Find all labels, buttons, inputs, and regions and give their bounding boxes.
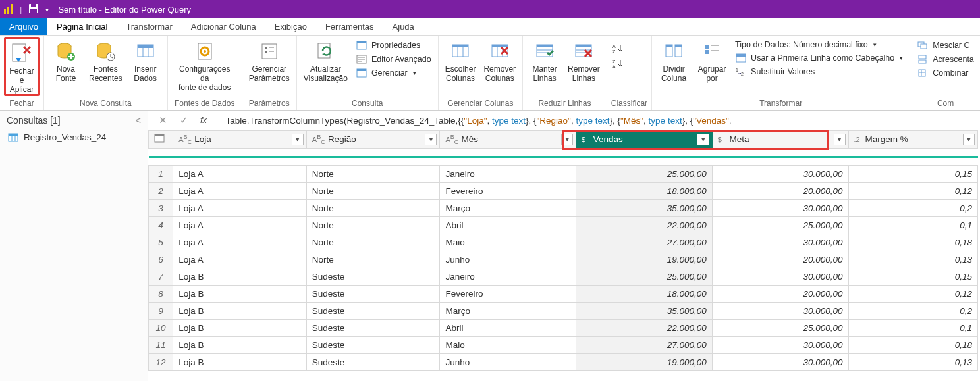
cell-margem[interactable]: 0,13 [848,251,977,268]
merge-queries-button[interactable]: Mesclar C [914,39,977,51]
cell-loja[interactable]: Loja B [173,353,307,370]
table-row[interactable]: 11Loja BSudesteMaio27.000,0030.000,000,1… [149,336,978,353]
cell-loja[interactable]: Loja A [173,251,307,268]
remove-columns-button[interactable]: Remover Colunas [481,37,518,83]
row-number[interactable]: 6 [149,251,173,268]
qat-dropdown-icon[interactable]: ▾ [45,6,49,13]
tab-tools[interactable]: Ferramentas [316,18,383,35]
cell-vendas[interactable]: 35.000,00 [576,199,713,216]
row-number[interactable]: 9 [149,302,173,319]
cell-mes[interactable]: Maio [440,336,576,353]
cell-margem[interactable]: 0,18 [848,336,977,353]
cell-regiao[interactable]: Sudeste [306,285,440,302]
cell-mes[interactable]: Maio [440,234,576,251]
cell-margem[interactable]: 0,12 [848,182,977,199]
cell-vendas[interactable]: 35.000,00 [576,302,713,319]
table-row[interactable]: 7Loja BSudesteJaneiro25.000,0030.000,000… [149,268,978,285]
tab-home[interactable]: Página Inicial [47,18,117,35]
row-number[interactable]: 5 [149,234,173,251]
cell-margem[interactable]: 0,2 [848,302,977,319]
table-row[interactable]: 1Loja ANorteJaneiro25.000,0030.000,000,1… [149,165,978,182]
cell-margem[interactable]: 0,2 [848,199,977,216]
remove-rows-button[interactable]: Remover Linhas [565,37,603,83]
cell-meta[interactable]: 30.000,00 [712,165,848,182]
cell-mes[interactable]: Junho [440,353,576,370]
column-filter-dropdown[interactable]: ▼ [963,134,975,145]
data-type-button[interactable]: Tipo de Dados: Número decimal fixo▾ [732,39,906,50]
enter-data-button[interactable]: Inserir Dados [128,37,163,83]
replace-values-button[interactable]: 12Substituir Valores [732,66,906,78]
cell-margem[interactable]: 0,1 [848,216,977,234]
column-filter-dropdown[interactable]: ▼ [292,134,304,145]
table-row[interactable]: 12Loja BSudesteJunho19.000,0030.000,000,… [149,353,978,370]
cell-margem[interactable]: 0,13 [848,353,977,370]
table-row[interactable]: 4Loja ANorteAbril22.000,0025.000,000,1 [149,216,978,234]
row-number[interactable]: 12 [149,353,173,370]
tab-view[interactable]: Exibição [265,18,316,35]
cell-meta[interactable]: 30.000,00 [712,353,848,370]
cell-vendas[interactable]: 18.000,00 [576,285,713,302]
table-row[interactable]: 8Loja BSudesteFevereiro18.000,0020.000,0… [149,285,978,302]
append-queries-button[interactable]: Acrescenta [914,53,977,65]
cell-vendas[interactable]: 22.000,00 [576,216,713,234]
row-number[interactable]: 11 [149,336,173,353]
sort-asc-button[interactable]: AZ [611,42,626,55]
properties-button[interactable]: Propriedades [353,39,434,51]
split-column-button[interactable]: Dividir Coluna [656,37,692,83]
column-header-vendas[interactable]: $ Vendas▼ [576,131,713,149]
cell-loja[interactable]: Loja A [173,234,307,251]
table-row[interactable]: 9Loja BSudesteMarço35.000,0030.000,000,2 [149,302,978,319]
cell-loja[interactable]: Loja B [173,319,307,336]
row-number[interactable]: 3 [149,199,173,216]
recent-sources-button[interactable]: Fontes Recentes [86,37,125,83]
tab-help[interactable]: Ajuda [383,18,423,35]
cell-margem[interactable]: 0,1 [848,319,977,336]
choose-columns-button[interactable]: Escolher Colunas [443,37,479,83]
cell-regiao[interactable]: Norte [306,165,440,182]
keep-rows-button[interactable]: Manter Linhas [527,37,562,83]
cell-regiao[interactable]: Norte [306,234,440,251]
column-filter-dropdown[interactable]: ▼ [697,134,709,145]
tab-transform[interactable]: Transformar [117,18,181,35]
column-header-meta[interactable]: $ Meta▼ [712,131,848,149]
cell-mes[interactable]: Fevereiro [440,182,576,199]
cell-vendas[interactable]: 25.000,00 [576,268,713,285]
save-icon[interactable] [28,3,39,16]
cell-mes[interactable]: Junho [440,251,576,268]
collapse-pane-icon[interactable]: < [135,114,141,126]
cell-vendas[interactable]: 19.000,00 [576,251,713,268]
tab-file[interactable]: Arquivo [0,18,47,35]
table-row[interactable]: 10Loja BSudesteAbril22.000,0025.000,000,… [149,319,978,336]
cell-margem[interactable]: 0,18 [848,234,977,251]
tab-add-column[interactable]: Adicionar Coluna [182,18,265,35]
table-row[interactable]: 2Loja ANorteFevereiro18.000,0020.000,000… [149,182,978,199]
fx-icon[interactable]: fx [194,115,213,125]
group-by-button[interactable]: Agrupar por [694,37,730,83]
cell-mes[interactable]: Março [440,302,576,319]
cell-loja[interactable]: Loja B [173,336,307,353]
cell-mes[interactable]: Abril [440,319,576,336]
data-grid[interactable]: ABCLoja▼ ABCRegião▼ ABCMês▼ $ Vendas▼ $ … [148,130,978,371]
cell-regiao[interactable]: Sudeste [306,336,440,353]
accept-formula-icon[interactable]: ✓ [173,114,194,126]
sort-desc-button[interactable]: ZA [611,57,626,70]
cell-regiao[interactable]: Norte [306,216,440,234]
data-source-settings-button[interactable]: Configurações da fonte de dados [172,37,238,92]
cell-regiao[interactable]: Norte [306,199,440,216]
cell-meta[interactable]: 30.000,00 [712,302,848,319]
cell-margem[interactable]: 0,12 [848,285,977,302]
select-all-corner[interactable] [149,131,173,149]
row-number[interactable]: 2 [149,182,173,199]
column-filter-dropdown[interactable]: ▼ [834,134,846,145]
table-row[interactable]: 3Loja ANorteMarço35.000,0030.000,000,2 [149,199,978,216]
cell-meta[interactable]: 25.000,00 [712,319,848,336]
manage-parameters-button[interactable]: Gerenciar Parâmetros [246,37,292,83]
row-number[interactable]: 10 [149,319,173,336]
cell-meta[interactable]: 30.000,00 [712,268,848,285]
cell-vendas[interactable]: 27.000,00 [576,336,713,353]
cell-vendas[interactable]: 19.000,00 [576,353,713,370]
advanced-editor-button[interactable]: Editor Avançado [353,53,434,65]
cell-margem[interactable]: 0,15 [848,268,977,285]
cell-regiao[interactable]: Sudeste [306,353,440,370]
row-number[interactable]: 8 [149,285,173,302]
